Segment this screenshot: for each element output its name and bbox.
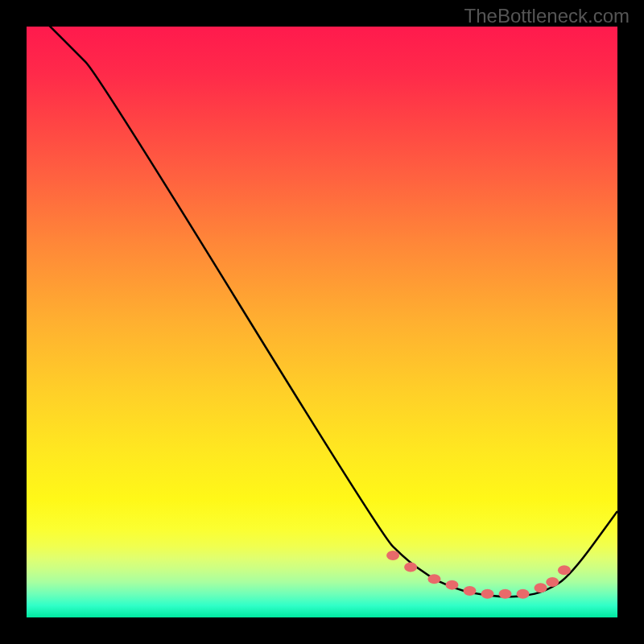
marker-dot (535, 583, 547, 592)
marker-dots-group (386, 551, 571, 599)
chart-svg (27, 27, 617, 617)
marker-dot (445, 580, 458, 590)
chart-plot-area (27, 27, 617, 617)
marker-dot (404, 563, 417, 572)
marker-dot (558, 565, 571, 575)
marker-dot (464, 586, 477, 596)
marker-dot (499, 589, 512, 599)
marker-dot (386, 551, 399, 560)
curve-line (27, 27, 617, 597)
marker-dot (427, 574, 440, 584)
marker-dot (546, 577, 559, 587)
marker-dot (481, 589, 494, 599)
watermark-text: TheBottleneck.com (464, 5, 630, 27)
marker-dot (517, 589, 530, 599)
